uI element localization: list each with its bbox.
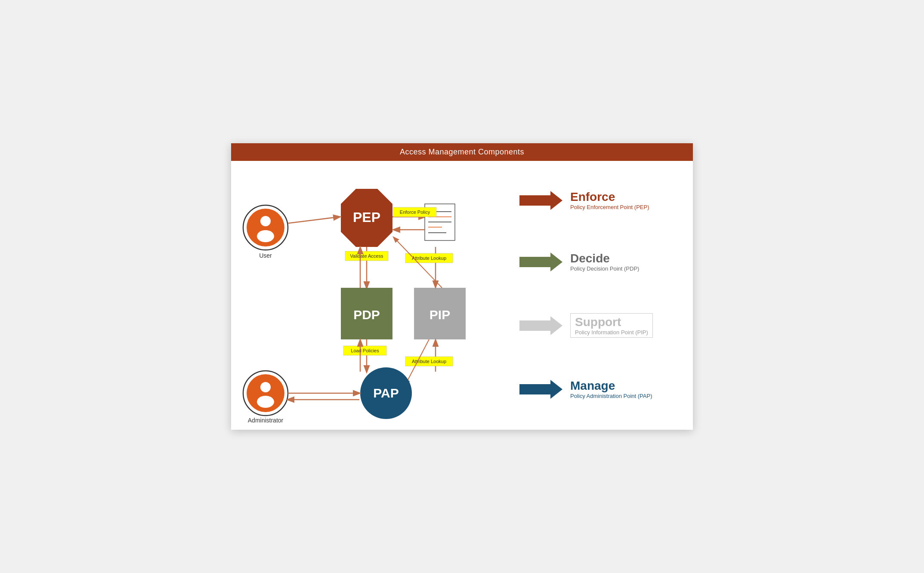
user-label: User <box>259 252 272 259</box>
enforce-subtitle: Policy Enforcement Point (PEP) <box>570 204 649 210</box>
pap-label: PAP <box>373 386 399 400</box>
manage-arrow <box>519 380 562 399</box>
svg-point-32 <box>260 382 271 392</box>
support-title: Support <box>575 315 648 329</box>
validate-access-label: Validate Access <box>350 253 383 259</box>
svg-marker-37 <box>519 253 562 271</box>
legend-enforce: Enforce Policy Enforcement Point (PEP) <box>519 190 680 210</box>
manage-title: Manage <box>570 379 652 393</box>
header-title: Access Management Components <box>400 148 524 156</box>
pip-label: PIP <box>430 308 450 322</box>
slide-header: Access Management Components <box>231 143 693 161</box>
legend-decide: Decide Policy Decision Point (PDP) <box>519 252 680 272</box>
decide-title: Decide <box>570 252 639 265</box>
slide-container: Access Management Components User PEP <box>231 143 693 430</box>
enforce-title: Enforce <box>570 190 649 204</box>
content-area: User PEP <box>231 161 693 428</box>
svg-marker-39 <box>519 380 562 399</box>
support-text-box: Support Policy Information Point (PIP) <box>570 313 653 338</box>
svg-marker-36 <box>519 191 562 210</box>
svg-point-33 <box>257 396 274 408</box>
diagram-area: User PEP <box>231 161 507 428</box>
svg-point-2 <box>260 216 271 226</box>
enforce-arrow <box>519 191 562 210</box>
admin-label: Administrator <box>248 417 284 424</box>
svg-line-5 <box>288 217 340 223</box>
legend-manage: Manage Policy Administration Point (PAP) <box>519 379 680 399</box>
support-text: Support Policy Information Point (PIP) <box>575 315 648 336</box>
decide-text: Decide Policy Decision Point (PDP) <box>570 252 639 272</box>
decide-arrow <box>519 253 562 271</box>
enforce-text: Enforce Policy Enforcement Point (PEP) <box>570 190 649 210</box>
attribute-lookup-top-label: Attribute Lookup <box>412 256 446 261</box>
load-policies-label: Load Policies <box>351 348 379 353</box>
pdp-label: PDP <box>353 308 380 322</box>
svg-marker-38 <box>519 316 562 335</box>
manage-subtitle: Policy Administration Point (PAP) <box>570 393 652 399</box>
enforce-policy-label: Enforce Policy <box>400 209 430 215</box>
support-arrow <box>519 316 562 335</box>
legend-support: Support Policy Information Point (PIP) <box>519 313 680 338</box>
decide-subtitle: Policy Decision Point (PDP) <box>570 265 639 272</box>
support-subtitle: Policy Information Point (PIP) <box>575 329 648 336</box>
svg-point-3 <box>257 230 274 242</box>
manage-text: Manage Policy Administration Point (PAP) <box>570 379 652 399</box>
pep-label: PEP <box>353 209 380 225</box>
legend-area: Enforce Policy Enforcement Point (PEP) D… <box>507 161 693 428</box>
